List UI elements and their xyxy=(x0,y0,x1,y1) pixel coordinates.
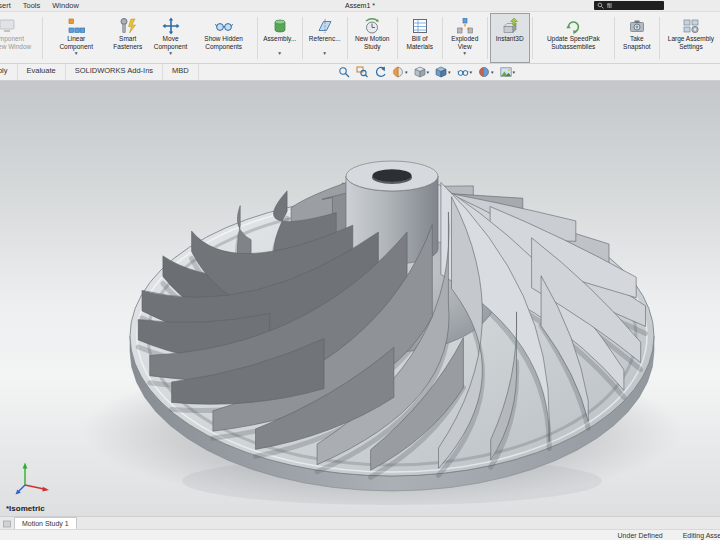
hide-show-items-button[interactable]: ▾ xyxy=(457,66,473,78)
instant3d-icon xyxy=(501,16,519,35)
toolbar-button-take-snapshot[interactable]: Take Snapshot xyxy=(617,13,657,63)
assembly-features-icon xyxy=(271,16,289,35)
zoom-area-button[interactable] xyxy=(356,66,368,78)
tab-solidworks-add-ins[interactable]: SOLIDWORKS Add-Ins xyxy=(66,64,163,80)
dropdown-caret[interactable]: ▾ xyxy=(278,51,281,56)
take-snapshot-icon xyxy=(628,16,646,35)
toolbar-button-component-preview-window[interactable]: Component Preview Window xyxy=(0,13,40,63)
dropdown-caret[interactable]: ▾ xyxy=(463,51,466,56)
motion-study-bar: Motion Study 1 xyxy=(0,516,720,529)
toolbar-separator xyxy=(302,17,303,59)
large-assembly-settings-icon xyxy=(682,16,700,35)
toolbar-separator xyxy=(614,17,615,59)
impeller-model[interactable] xyxy=(0,81,720,516)
command-manager: Component Preview Window Linear Componen… xyxy=(0,12,720,64)
search-icon xyxy=(597,2,604,10)
tab-assembly[interactable]: Assembly xyxy=(0,64,18,80)
tab-scroll-icon[interactable] xyxy=(0,518,14,529)
display-style-button[interactable]: ▾ xyxy=(435,66,451,78)
status-bar: Under Defined Editing Assembly xyxy=(0,529,720,540)
solidworks-window: Insert Tools Window Assem1 * fil Compone… xyxy=(0,0,720,540)
toolbar-separator xyxy=(659,17,660,59)
toolbar-separator xyxy=(347,17,348,59)
bill-of-materials-icon xyxy=(411,16,429,35)
toolbar-separator xyxy=(487,17,488,59)
toolbar-separator xyxy=(397,17,398,59)
zoom-fit-button[interactable] xyxy=(338,66,350,78)
dropdown-caret[interactable]: ▾ xyxy=(491,69,494,75)
dropdown-caret[interactable]: ▾ xyxy=(75,51,78,56)
toolbar-button-assembly-features[interactable]: Assembly... ▾ xyxy=(260,13,300,63)
toolbar-button-instant3d[interactable]: Instant3D xyxy=(490,13,530,63)
toolbar-button-move-component[interactable]: Move Component ▾ xyxy=(149,13,193,63)
tab-motion-study-1[interactable]: Motion Study 1 xyxy=(14,517,77,529)
status-editing-mode: Editing Assembly xyxy=(683,532,720,539)
search-box[interactable]: fil xyxy=(594,1,664,10)
show-hidden-components-icon xyxy=(215,16,233,35)
toolbar-button-large-assembly-settings[interactable]: Large Assembly Settings xyxy=(662,13,720,63)
dropdown-caret[interactable]: ▾ xyxy=(470,69,473,75)
heads-up-toolbar: ▾ ▾ ▾ ▾ ▾ ▾ xyxy=(338,65,515,79)
toolbar-separator xyxy=(532,17,533,59)
menu-insert[interactable]: Insert xyxy=(0,1,17,10)
linear-component-pattern-icon xyxy=(67,16,85,35)
document-title: Assem1 * xyxy=(345,2,375,9)
toolbar-separator xyxy=(257,17,258,59)
reference-geometry-icon xyxy=(316,16,334,35)
toolbar-button-update-speedpak-subassemblies[interactable]: Update SpeedPak Subassemblies xyxy=(535,13,612,63)
move-component-icon xyxy=(162,16,180,35)
exploded-view-icon xyxy=(456,16,474,35)
toolbar-separator xyxy=(442,17,443,59)
menu-bar: Insert Tools Window Assem1 * fil xyxy=(0,0,720,12)
view-orientation-button[interactable]: ▾ xyxy=(414,66,430,78)
section-view-button[interactable]: ▾ xyxy=(392,66,408,78)
status-constraint: Under Defined xyxy=(618,532,663,539)
orientation-triad xyxy=(14,458,52,500)
dropdown-caret[interactable]: ▾ xyxy=(405,69,408,75)
toolbar-button-bill-of-materials[interactable]: Bill of Materials xyxy=(400,13,440,63)
edit-appearance-button[interactable]: ▾ xyxy=(478,66,494,78)
graphics-area[interactable]: *Isometric xyxy=(0,81,720,516)
toolbar-button-exploded-view[interactable]: Exploded View ▾ xyxy=(445,13,485,63)
component-preview-window-icon xyxy=(0,16,16,35)
dropdown-caret[interactable]: ▾ xyxy=(513,69,516,75)
dropdown-caret[interactable]: ▾ xyxy=(427,69,430,75)
search-input[interactable]: fil xyxy=(607,2,612,9)
toolbar-button-new-motion-study[interactable]: New Motion Study xyxy=(350,13,395,63)
smart-fasteners-icon xyxy=(119,16,137,35)
new-motion-study-icon xyxy=(363,16,381,35)
apply-scene-button[interactable]: ▾ xyxy=(500,66,516,78)
tab-evaluate[interactable]: Evaluate xyxy=(18,64,66,80)
update-speedpak-icon xyxy=(564,16,582,35)
toolbar-button-smart-fasteners[interactable]: Smart Fasteners xyxy=(107,13,149,63)
dropdown-caret[interactable]: ▾ xyxy=(448,69,451,75)
toolbar-separator xyxy=(42,17,43,59)
view-orientation-label: *Isometric xyxy=(6,504,45,513)
toolbar-button-show-hidden-components[interactable]: Show Hidden Components xyxy=(193,13,255,63)
menu-window[interactable]: Window xyxy=(46,1,85,10)
commandmanager-tab-bar: Assembly Evaluate SOLIDWORKS Add-Ins MBD… xyxy=(0,64,720,81)
toolbar-button-reference-geometry[interactable]: Referenc... ▾ xyxy=(305,13,345,63)
tab-mbd[interactable]: MBD xyxy=(163,64,199,80)
dropdown-caret[interactable]: ▾ xyxy=(169,51,172,56)
toolbar-button-linear-component-pattern[interactable]: Linear Component Pattern ▾ xyxy=(45,13,106,63)
dropdown-caret[interactable]: ▾ xyxy=(323,51,326,56)
previous-view-button[interactable] xyxy=(374,66,386,78)
menu-tools[interactable]: Tools xyxy=(17,1,47,10)
